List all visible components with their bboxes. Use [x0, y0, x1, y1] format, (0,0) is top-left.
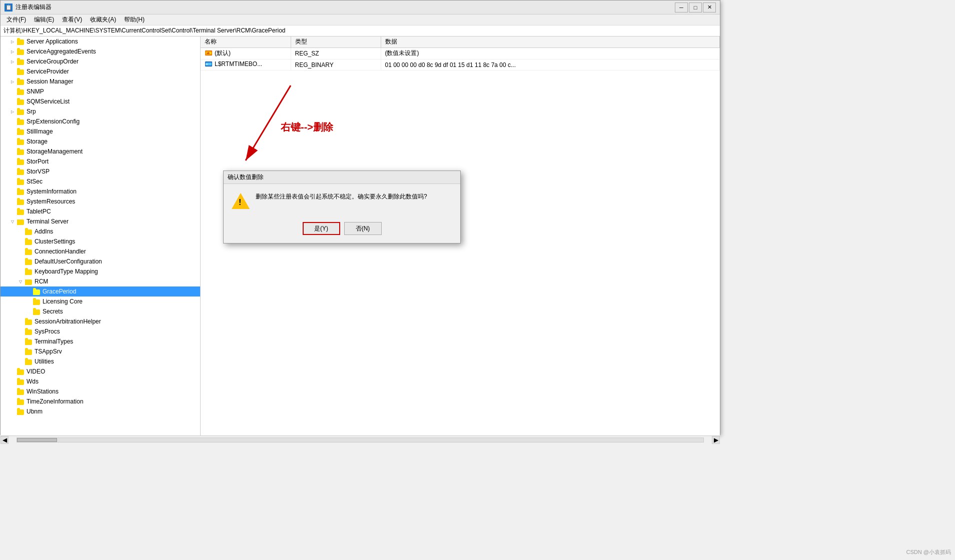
table-row[interactable]: 01 L$RTMTIMEBO... REG_BINARY 01 00 00 00… — [201, 60, 720, 70]
folder-icon — [25, 328, 33, 335]
tree-item-secrets[interactable]: Secrets — [1, 306, 200, 316]
yes-button[interactable]: 是(Y) — [303, 222, 340, 235]
tree-item-stillimage[interactable]: StillImage — [1, 126, 200, 136]
tree-item-serviceprovider[interactable]: ServiceProvider — [1, 66, 200, 76]
expand-spacer — [17, 328, 25, 336]
no-button[interactable]: 否(N) — [344, 222, 382, 235]
tree-item-licensing-core[interactable]: Licensing Core — [1, 296, 200, 306]
tree-item-clustersettings[interactable]: ClusterSettings — [1, 236, 200, 246]
tree-item-storvsp[interactable]: StorVSP — [1, 166, 200, 176]
tree-item-systemresources[interactable]: SystemResources — [1, 196, 200, 206]
tree-item-winstations[interactable]: WinStations — [1, 386, 200, 396]
tree-label: SysProcs — [35, 328, 60, 335]
tree-label: ServiceGroupOrder — [27, 58, 79, 65]
tree-item-rcm[interactable]: ▽ RCM — [1, 276, 200, 286]
table-row[interactable]: ab (默认) REG_SZ (数值未设置) — [201, 48, 720, 60]
menu-file[interactable]: 文件(F) — [3, 14, 30, 25]
reg-name: ab (默认) — [201, 48, 291, 60]
dialog-title-text: 确认数值删除 — [228, 173, 264, 182]
tree-item-connectionhandler[interactable]: ConnectionHandler — [1, 246, 200, 256]
svg-text:ab: ab — [207, 52, 210, 54]
tree-label: VIDEO — [27, 368, 45, 375]
reg-data: (数值未设置) — [381, 48, 720, 60]
tree-item-utilities[interactable]: Utilities — [1, 356, 200, 366]
tree-item-tsappsrv[interactable]: TSAppSrv — [1, 346, 200, 356]
tree-label: StSec — [27, 178, 43, 185]
scroll-right-btn[interactable]: ▶ — [712, 436, 720, 444]
tree-item-wds[interactable]: Wds — [1, 376, 200, 386]
tree-item-systeminfo[interactable]: SystemInformation — [1, 186, 200, 196]
folder-icon — [25, 268, 33, 275]
tree-label: TabletPC — [27, 208, 51, 215]
menu-view[interactable]: 查看(V) — [58, 14, 86, 25]
tree-item-stsec[interactable]: StSec — [1, 176, 200, 186]
tree-item-sysprocs[interactable]: SysProcs — [1, 326, 200, 336]
tree-label: ClusterSettings — [35, 238, 75, 245]
expand-spacer — [17, 268, 25, 276]
col-name: 名称 — [201, 36, 291, 48]
col-data: 数据 — [381, 36, 720, 48]
tree-item-servicegrouporder[interactable]: ▷ ServiceGroupOrder — [1, 56, 200, 66]
tree-item-srpextension[interactable]: SrpExtensionConfig — [1, 116, 200, 126]
tree-item-timezone[interactable]: TimeZoneInformation — [1, 396, 200, 406]
tree-item-srp[interactable]: ▷ Srp — [1, 106, 200, 116]
scroll-thumb[interactable] — [17, 438, 57, 442]
tree-item-sessionarb[interactable]: SessionArbitrationHelper — [1, 316, 200, 326]
tree-label: GracePeriod — [43, 288, 76, 295]
expand-spacer — [9, 88, 17, 96]
scroll-left-btn[interactable]: ◀ — [1, 436, 9, 444]
tree-item-defaultuser[interactable]: DefaultUserConfiguration — [1, 256, 200, 266]
expand-icon: ▽ — [9, 218, 17, 226]
tree-item-ubnm[interactable]: Ubnm — [1, 406, 200, 416]
red-arrow-svg — [231, 80, 356, 180]
folder-icon — [25, 248, 33, 255]
tree-item-graceperiod[interactable]: GracePeriod — [1, 286, 200, 296]
folder-icon — [33, 288, 41, 295]
tree-label: SQMServiceList — [27, 98, 70, 105]
minimize-button[interactable]: ─ — [675, 2, 688, 12]
expand-spacer — [9, 68, 17, 76]
tree-item-terminal-server[interactable]: ▽ Terminal Server — [1, 216, 200, 226]
tree-label: WinStations — [27, 388, 59, 395]
title-bar: 📋 注册表编辑器 ─ □ ✕ — [1, 0, 720, 14]
expand-spacer — [9, 118, 17, 126]
svg-text:01: 01 — [206, 63, 208, 66]
menu-favorites[interactable]: 收藏夹(A) — [86, 14, 120, 25]
tree-label: AddIns — [35, 228, 53, 235]
address-bar: 计算机\HKEY_LOCAL_MACHINE\SYSTEM\CurrentCon… — [1, 26, 720, 36]
tree-item-snmp[interactable]: SNMP — [1, 86, 200, 96]
tree-item-video[interactable]: VIDEO — [1, 366, 200, 376]
tree-item-tabletpc[interactable]: TabletPC — [1, 206, 200, 216]
folder-icon — [17, 208, 25, 215]
tree-label: SystemResources — [27, 198, 75, 205]
close-button[interactable]: ✕ — [703, 2, 716, 12]
tree-item-sqmservicelist[interactable]: SQMServiceList — [1, 96, 200, 106]
expand-icon: ▷ — [9, 78, 17, 86]
tree-item-server-applications[interactable]: ▷ Server Applications — [1, 36, 200, 46]
expand-spacer — [9, 368, 17, 376]
tree-item-serviceaggregated[interactable]: ▷ ServiceAggregatedEvents — [1, 46, 200, 56]
folder-icon — [17, 388, 25, 395]
menu-edit[interactable]: 编辑(E) — [30, 14, 58, 25]
folder-icon — [17, 398, 25, 405]
tree-item-storage[interactable]: Storage — [1, 136, 200, 146]
maximize-button[interactable]: □ — [689, 2, 702, 12]
tree-panel[interactable]: ▷ Server Applications ▷ ServiceAggregate… — [1, 36, 201, 436]
registry-editor-window: 📋 注册表编辑器 ─ □ ✕ 文件(F) 编辑(E) 查看(V) 收藏夹(A) … — [0, 0, 720, 435]
tree-item-addins[interactable]: AddIns — [1, 226, 200, 236]
tree-item-terminaltypes[interactable]: TerminalTypes — [1, 336, 200, 346]
folder-icon — [17, 408, 25, 415]
tree-label: StorPort — [27, 158, 49, 165]
expand-spacer — [9, 408, 17, 416]
tree-item-storport[interactable]: StorPort — [1, 156, 200, 166]
expand-spacer — [9, 128, 17, 136]
tree-label: SNMP — [27, 88, 44, 95]
expand-spacer — [9, 98, 17, 106]
folder-icon — [25, 318, 33, 325]
tree-item-keyboard[interactable]: KeyboardType Mapping — [1, 266, 200, 276]
tree-label: Utilities — [35, 358, 54, 365]
tree-item-storagemanagement[interactable]: StorageManagement — [1, 146, 200, 156]
tree-item-session-manager[interactable]: ▷ Session Manager — [1, 76, 200, 86]
expand-spacer — [9, 178, 17, 186]
menu-help[interactable]: 帮助(H) — [120, 14, 149, 25]
